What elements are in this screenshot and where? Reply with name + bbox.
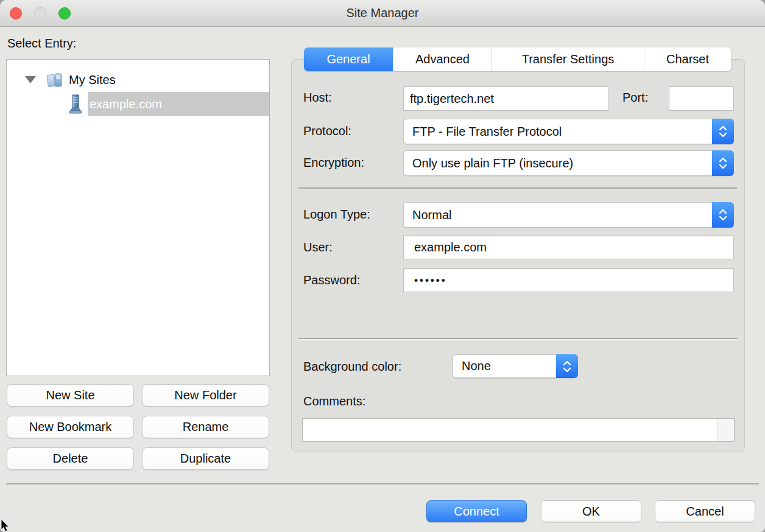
cancel-button[interactable]: Cancel [655, 500, 755, 522]
tab-advanced[interactable]: Advanced [393, 47, 492, 71]
new-site-button[interactable]: New Site [7, 384, 134, 407]
tree-item-my-sites[interactable]: My Sites [7, 68, 269, 92]
delete-button[interactable]: Delete [7, 447, 134, 470]
select-entry-label: Select Entry: [7, 37, 76, 51]
tab-transfer-settings[interactable]: Transfer Settings [492, 47, 644, 71]
button-label: Connect [454, 505, 499, 519]
site-manager-dialog: Site Manager Select Entry: My Sites [0, 0, 765, 532]
rename-button[interactable]: Rename [142, 416, 269, 438]
chevron-up-down-icon [556, 354, 578, 378]
host-input[interactable] [403, 86, 609, 111]
scrollbar-track[interactable] [717, 419, 734, 441]
logon-type-label: Logon Type: [303, 208, 370, 222]
button-label: Rename [183, 420, 229, 434]
background-color-select[interactable]: None [453, 354, 578, 378]
button-label: New Folder [174, 388, 236, 402]
tab-label: Charset [666, 52, 709, 66]
button-label: Cancel [686, 505, 724, 519]
password-label: Password: [303, 273, 360, 287]
tab-label: Advanced [415, 52, 470, 66]
logon-type-selected-value: Normal [412, 208, 451, 222]
comments-textarea[interactable] [302, 418, 735, 442]
footer-divider [6, 483, 759, 485]
button-label: Delete [53, 452, 88, 466]
user-label: User: [303, 240, 333, 254]
section-divider [298, 338, 737, 339]
host-label: Host: [303, 91, 332, 105]
tree-item-label: example.com [90, 97, 162, 111]
encryption-select[interactable]: Only use plain FTP (insecure) [403, 150, 734, 176]
encryption-label: Encryption: [303, 156, 364, 170]
new-folder-button[interactable]: New Folder [142, 384, 269, 407]
port-label: Port: [622, 91, 648, 105]
protocol-selected-value: FTP - File Transfer Protocol [412, 125, 562, 139]
site-tree[interactable]: My Sites example.com [6, 59, 270, 376]
tab-bar: General Advanced Transfer Settings Chars… [304, 47, 731, 71]
chevron-up-down-icon [712, 119, 734, 144]
tab-label: General [326, 52, 370, 66]
button-label: New Bookmark [29, 420, 112, 434]
tree-item-label: My Sites [69, 73, 116, 87]
tab-label: Transfer Settings [522, 52, 615, 66]
duplicate-button[interactable]: Duplicate [142, 447, 269, 470]
disclosure-triangle-icon[interactable] [25, 76, 36, 83]
title-bar: Site Manager [0, 0, 765, 27]
sites-folder-icon [46, 71, 64, 89]
logon-type-select[interactable]: Normal [403, 202, 734, 228]
port-input[interactable] [669, 86, 734, 111]
chevron-up-down-icon [712, 150, 734, 176]
chevron-up-down-icon [712, 202, 734, 228]
background-color-label: Background color: [303, 360, 401, 374]
protocol-select[interactable]: FTP - File Transfer Protocol [403, 119, 734, 144]
tab-charset[interactable]: Charset [644, 47, 731, 71]
password-input[interactable] [403, 268, 734, 292]
background-color-selected-value: None [462, 359, 491, 373]
encryption-selected-value: Only use plain FTP (insecure) [412, 156, 573, 170]
user-input[interactable] [403, 236, 734, 259]
comments-label: Comments: [303, 394, 365, 408]
button-label: New Site [46, 388, 94, 402]
tree-item-example-com[interactable]: example.com [68, 92, 269, 116]
button-label: Duplicate [180, 452, 231, 466]
button-label: OK [582, 505, 600, 519]
server-icon [68, 94, 83, 114]
tab-general[interactable]: General [304, 47, 393, 71]
connect-button[interactable]: Connect [426, 500, 527, 522]
section-divider [298, 187, 737, 189]
window-title: Site Manager [0, 6, 765, 20]
ok-button[interactable]: OK [541, 500, 641, 522]
mouse-cursor [0, 519, 10, 532]
new-bookmark-button[interactable]: New Bookmark [7, 416, 134, 438]
protocol-label: Protocol: [303, 124, 351, 138]
